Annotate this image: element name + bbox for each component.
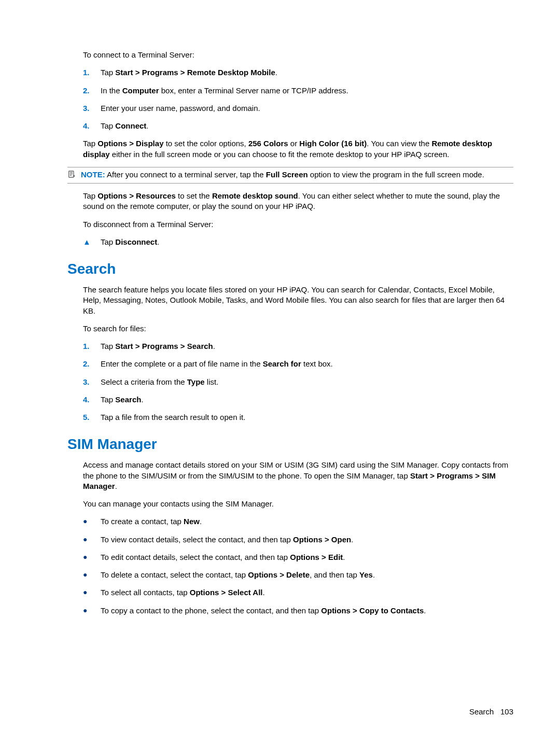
terminal-intro: To connect to a Terminal Server: — [83, 50, 513, 60]
footer-section: Search — [469, 707, 494, 716]
footer-page-number: 103 — [500, 707, 513, 716]
step-text: Tap Start > Programs > Search. — [101, 341, 215, 352]
step-number: 1. — [83, 67, 91, 78]
step-number: 3. — [83, 377, 91, 387]
bullet-text: To edit contact details, select the cont… — [101, 552, 345, 563]
list-item: ● To copy a contact to the phone, select… — [83, 606, 513, 616]
step-text: Enter the complete or a part of file nam… — [101, 359, 333, 369]
sim-intro: You can manage your contacts using the S… — [83, 499, 513, 509]
bullet-icon: ● — [83, 535, 91, 545]
bullet-icon: ● — [83, 552, 91, 563]
sim-paragraph: Access and manage contact details stored… — [83, 460, 513, 491]
step-number: 2. — [83, 359, 91, 369]
bullet-text: To create a contact, tap New. — [101, 516, 202, 527]
note-callout: NOTE: After you connect to a terminal se… — [67, 167, 513, 184]
search-intro: To search for files: — [83, 324, 513, 334]
step-number: 1. — [83, 341, 91, 352]
search-heading: Search — [67, 261, 513, 277]
bullet-text: To view contact details, select the cont… — [101, 535, 353, 545]
list-item: 3. Select a criteria from the Type list. — [83, 377, 513, 387]
content-body: To connect to a Terminal Server: 1. Tap … — [83, 50, 513, 616]
step-number: 4. — [83, 395, 91, 405]
bullet-icon: ● — [83, 606, 91, 616]
list-item: 1. Tap Start > Programs > Search. — [83, 341, 513, 352]
step-number: 2. — [83, 86, 91, 96]
sim-bullets: ● To create a contact, tap New. ● To vie… — [83, 516, 513, 616]
step-text: In the Computer box, enter a Terminal Se… — [101, 86, 348, 96]
list-item: 1. Tap Start > Programs > Remote Desktop… — [83, 67, 513, 78]
disconnect-list: ▲ Tap Disconnect. — [83, 237, 513, 247]
step-number: 3. — [83, 103, 91, 114]
step-number: 4. — [83, 121, 91, 131]
bullet-icon: ● — [83, 570, 91, 580]
note-icon — [67, 170, 76, 181]
bullet-text: To select all contacts, tap Options > Se… — [101, 587, 265, 598]
step-text: Tap Disconnect. — [101, 237, 159, 247]
note-text: NOTE: After you connect to a terminal se… — [81, 170, 484, 181]
list-item: 3. Enter your user name, password, and d… — [83, 103, 513, 114]
search-steps: 1. Tap Start > Programs > Search. 2. Ent… — [83, 341, 513, 423]
list-item: ▲ Tap Disconnect. — [83, 237, 513, 247]
step-text: Tap Connect. — [101, 121, 149, 131]
list-item: ● To edit contact details, select the co… — [83, 552, 513, 563]
step-text: Tap a file from the search result to ope… — [101, 412, 245, 423]
list-item: 4. Tap Connect. — [83, 121, 513, 131]
list-item: 5. Tap a file from the search result to … — [83, 412, 513, 423]
sim-manager-heading: SIM Manager — [67, 436, 513, 453]
list-item: ● To view contact details, select the co… — [83, 535, 513, 545]
list-item: 2. In the Computer box, enter a Terminal… — [83, 86, 513, 96]
step-text: Enter your user name, password, and doma… — [101, 103, 260, 114]
bullet-text: To copy a contact to the phone, select t… — [101, 606, 426, 616]
document-page: To connect to a Terminal Server: 1. Tap … — [0, 0, 560, 745]
page-footer: Search 103 — [469, 707, 513, 716]
resources-paragraph: Tap Options > Resources to set the Remot… — [83, 191, 513, 212]
step-number: 5. — [83, 412, 91, 423]
list-item: ● To create a contact, tap New. — [83, 516, 513, 527]
display-paragraph: Tap Options > Display to set the color o… — [83, 138, 513, 160]
bullet-icon: ● — [83, 587, 91, 598]
list-item: ● To delete a contact, select the contac… — [83, 570, 513, 580]
bullet-icon: ● — [83, 516, 91, 527]
step-text: Select a criteria from the Type list. — [101, 377, 218, 387]
step-text: Tap Search. — [101, 395, 144, 405]
triangle-bullet-icon: ▲ — [83, 237, 91, 247]
list-item: 2. Enter the complete or a part of file … — [83, 359, 513, 369]
step-text: Tap Start > Programs > Remote Desktop Mo… — [101, 67, 277, 78]
list-item: ● To select all contacts, tap Options > … — [83, 587, 513, 598]
bullet-text: To delete a contact, select the contact,… — [101, 570, 375, 580]
disconnect-intro: To disconnect from a Terminal Server: — [83, 219, 513, 230]
list-item: 4. Tap Search. — [83, 395, 513, 405]
search-paragraph: The search feature helps you locate file… — [83, 285, 513, 316]
terminal-steps: 1. Tap Start > Programs > Remote Desktop… — [83, 67, 513, 131]
